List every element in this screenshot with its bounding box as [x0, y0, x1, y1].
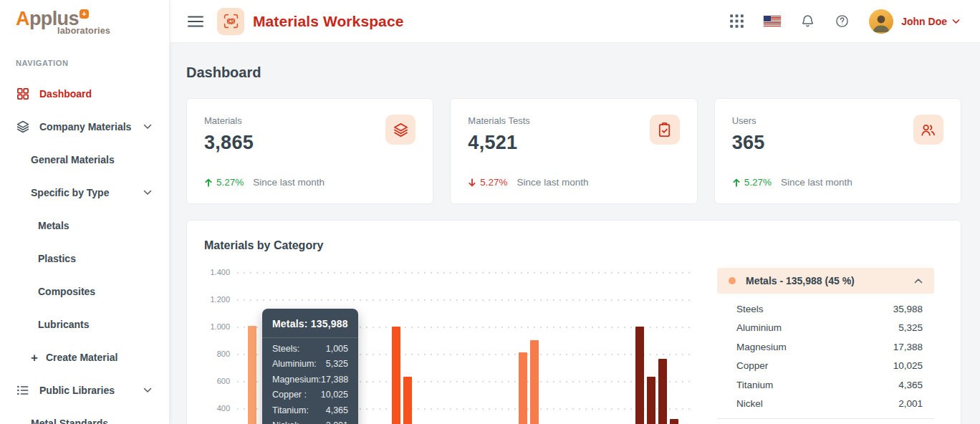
legend-row-label: Magnesium	[736, 342, 787, 352]
sidebar-item-dashboard[interactable]: Dashboard	[0, 77, 169, 110]
stat-value: 3,865	[204, 132, 415, 154]
sidebar-item-label: Public Libraries	[39, 385, 115, 396]
stat-trend: 5.27%Since last month	[204, 177, 325, 188]
tooltip-row-value: 2,001	[326, 420, 348, 424]
y-axis-tick-label: 400	[196, 404, 230, 413]
plus-icon: +	[31, 352, 38, 364]
avatar	[869, 9, 893, 34]
chevron-down-icon	[143, 190, 152, 196]
legend-divider	[717, 418, 934, 419]
layers-icon	[385, 115, 415, 145]
bar-group-4-3[interactable]	[658, 359, 667, 424]
clipboard-check-icon	[650, 115, 680, 145]
sidebar-item-label: Metal Standards	[31, 418, 108, 424]
legend-row-value: 10,025	[893, 360, 923, 371]
sidebar-item-label: Dashboard	[39, 88, 92, 100]
legend-row-copper: Copper10,025	[717, 357, 934, 376]
legend-section-metals[interactable]: Metals - 135,988 (45 %)	[717, 268, 934, 294]
notifications-bell-icon[interactable]	[800, 14, 815, 29]
stat-trend: 5.27%Since last month	[468, 177, 588, 188]
tooltip-row: Steels:1,005	[272, 344, 348, 354]
tooltip-row-value: 17,388	[321, 375, 348, 385]
sidebar-item-metals[interactable]: Metals	[0, 209, 169, 242]
legend-row-label: Aluminium	[736, 322, 782, 333]
tooltip-row-value: 1,005	[326, 344, 348, 354]
stat-trend: 5.27%Since last month	[732, 177, 852, 188]
logo-letter: A	[16, 8, 29, 29]
legend-row-aluminium: Aluminium5,325	[717, 319, 934, 338]
app-title: Materials Workspace	[253, 13, 403, 30]
chart-title: Materials by Category	[204, 239, 323, 252]
stat-card-users: Users3655.27%Since last month	[714, 98, 961, 204]
y-axis-tick-label: 600	[196, 377, 230, 385]
tooltip-row-label: Nickel:	[272, 420, 299, 424]
sidebar-item-lubricants[interactable]: Lubricants	[0, 308, 169, 341]
trend-percent: 5.27%	[480, 177, 507, 188]
sidebar-item-composites[interactable]: Composites	[0, 275, 169, 308]
page-title: Dashboard	[186, 64, 961, 81]
trend-note: Since last month	[781, 177, 852, 188]
bar-plastics-2[interactable]	[403, 377, 412, 424]
bar-metals-1[interactable]	[248, 326, 256, 424]
legend-row-titanium: Titanium4,365	[717, 375, 934, 395]
bar-group-4-4[interactable]	[670, 419, 678, 424]
legend-rows: Steels35,988Aluminium5,325Magnesium17,38…	[717, 299, 934, 413]
legend-row-nickel: Nickel2,001	[717, 395, 934, 414]
legend-row-label: Steels	[736, 304, 764, 314]
gridline	[237, 299, 692, 301]
bar-group-3-2[interactable]	[530, 340, 539, 424]
sidebar-item-create-material[interactable]: +Create Material	[0, 341, 169, 374]
sidebar-item-label: Metals	[38, 220, 69, 231]
tooltip-row-label: Aluminium:	[272, 359, 317, 369]
legend-section-plastics[interactable]: Plastics - 105,322 (32 %)	[717, 421, 934, 424]
y-axis-tick-label: 1.400	[196, 268, 230, 276]
y-axis-tick-label: 1.200	[196, 295, 230, 304]
bar-group-3-1[interactable]	[519, 352, 527, 424]
sidebar-nav: DashboardCompany MaterialsGeneral Materi…	[0, 77, 169, 424]
legend-row-label: Titanium	[736, 380, 773, 390]
legend-row-label: Nickel	[736, 398, 763, 409]
chevron-up-icon	[914, 278, 923, 284]
tooltip-row-label: Steels:	[272, 344, 299, 354]
bar-plastics-1[interactable]	[392, 327, 400, 424]
legend-row-value: 5,325	[898, 322, 923, 333]
y-axis-tick-label: 800	[196, 350, 230, 358]
hamburger-menu-icon[interactable]	[188, 16, 203, 27]
sidebar-item-plastics[interactable]: Plastics	[0, 242, 169, 275]
sidebar-item-label: Specific by Type	[31, 187, 109, 198]
trend-percent: 5.27%	[744, 177, 772, 188]
legend-row-value: 17,388	[893, 342, 923, 352]
users-icon	[913, 115, 943, 145]
apps-grid-icon[interactable]	[729, 14, 744, 29]
sidebar-item-company-materials[interactable]: Company Materials	[0, 110, 169, 143]
tooltip-row-label: Magnesium:	[272, 375, 321, 385]
sidebar-item-specific-by-type[interactable]: Specific by Type	[0, 176, 169, 209]
legend-row-label: Copper	[736, 360, 768, 371]
stats-row: Materials3,8655.27%Since last monthMater…	[186, 98, 961, 204]
sidebar-item-label: General Materials	[31, 154, 115, 165]
nav-section-label: NAVIGATION	[16, 59, 169, 67]
applus-logo[interactable]: Applus+ laboratories	[0, 0, 169, 36]
us-flag-language-icon[interactable]	[764, 16, 781, 26]
bar-group-4-2[interactable]	[647, 377, 655, 424]
tooltip-row-value: 10,025	[321, 390, 348, 400]
tooltip-row: Copper :10,025	[272, 390, 348, 400]
help-icon[interactable]	[835, 14, 850, 29]
tooltip-row-label: Copper :	[272, 390, 307, 400]
user-name: John Doe	[901, 16, 947, 27]
legend-section-title: Metals - 135,988 (45 %)	[746, 275, 855, 286]
tooltip-row: Titanium:4,365	[272, 405, 348, 415]
logo-subtitle: laboratories	[57, 26, 169, 36]
legend-dot-icon	[729, 277, 736, 284]
stat-value: 365	[732, 132, 943, 154]
stat-label: Materials Tests	[468, 115, 679, 126]
sidebar-item-general-materials[interactable]: General Materials	[0, 143, 169, 176]
sidebar-item-public-libraries[interactable]: Public Libraries	[0, 374, 169, 407]
tooltip-row-value: 4,365	[326, 405, 348, 415]
layers-icon	[16, 120, 30, 134]
sidebar-item-metal-standards[interactable]: Metal Standards	[0, 407, 169, 424]
user-menu[interactable]: John Doe	[869, 9, 960, 34]
sidebar: Applus+ laboratories NAVIGATION Dashboar…	[0, 0, 170, 424]
bar-group-4-1[interactable]	[635, 327, 644, 424]
legend-row-steels: Steels35,988	[717, 299, 934, 319]
